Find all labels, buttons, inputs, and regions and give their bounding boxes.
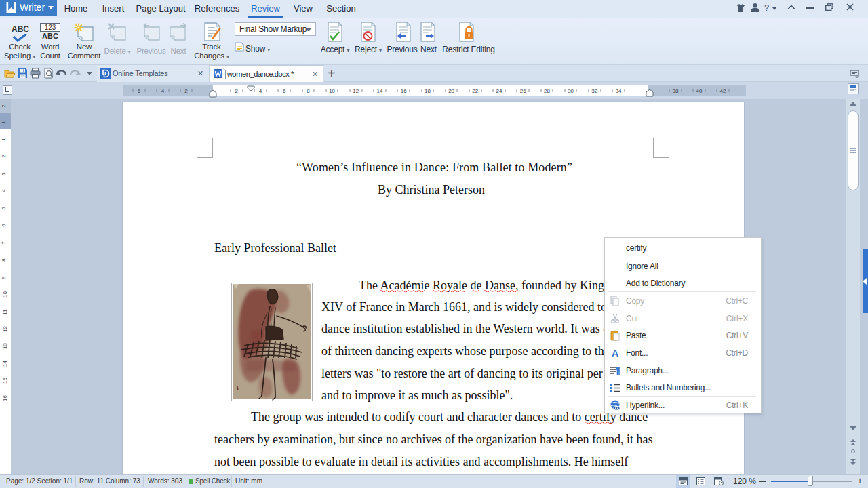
svg-text:A: A [612, 348, 618, 359]
